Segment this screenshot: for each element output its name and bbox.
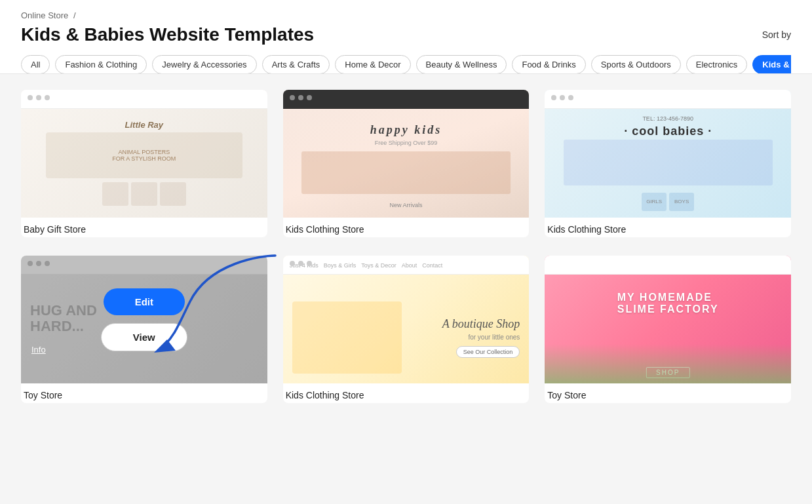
filter-tab-beauty[interactable]: Beauty & Wellness xyxy=(416,55,507,73)
filter-tab-fashion[interactable]: Fashion & Clothing xyxy=(55,55,147,73)
top-bar: Online Store / Kids & Babies Website Tem… xyxy=(0,0,812,74)
breadcrumb-parent[interactable]: Online Store xyxy=(21,10,68,20)
filter-tab-arts[interactable]: Arts & Crafts xyxy=(262,55,330,73)
filter-tab-kids[interactable]: Kids & Ba... xyxy=(752,55,791,73)
view-button[interactable]: View xyxy=(101,323,187,351)
template-thumbnail-kids-clothing-2: TEL: 123-456-7890 · cool babies · GIRLS … xyxy=(545,90,791,218)
template-thumbnail-baby-gift: Little Ray ANIMAL POSTERSFOR A STYLISH R… xyxy=(21,90,267,218)
info-link[interactable]: Info xyxy=(31,345,46,355)
card-overlay-toy-1: Edit View Info xyxy=(21,256,267,383)
filter-tab-all[interactable]: All xyxy=(21,55,50,73)
template-label-kids-clothing-1: Kids Clothing Store xyxy=(283,218,530,237)
breadcrumb-separator: / xyxy=(73,10,76,20)
breadcrumb: Online Store / xyxy=(21,10,791,20)
edit-button[interactable]: Edit xyxy=(104,288,185,315)
template-card-kids-boutique[interactable]: Just 4 Kids Boys & Girls Toys & Decor Ab… xyxy=(283,256,530,403)
template-thumbnail-kids-boutique: Just 4 Kids Boys & Girls Toys & Decor Ab… xyxy=(283,256,530,383)
template-card-kids-clothing-1[interactable]: happy kids Free Shipping Over $99 New Ar… xyxy=(283,90,530,237)
template-label-kids-boutique: Kids Clothing Store xyxy=(283,383,530,403)
template-card-baby-gift[interactable]: Little Ray ANIMAL POSTERSFOR A STYLISH R… xyxy=(21,90,267,237)
sort-by-label: Sort by xyxy=(762,29,791,40)
template-thumbnail-kids-clothing-1: happy kids Free Shipping Over $99 New Ar… xyxy=(283,90,530,218)
template-card-toy-store-1[interactable]: HUG AND HARD... Edit View Info Toy Store xyxy=(21,256,267,403)
filter-tab-home[interactable]: Home & Decor xyxy=(335,55,410,73)
template-card-toy-store-2[interactable]: HOMEBIOABOUTCONTACT MY HOMEMADESLIME FAC… xyxy=(545,256,791,403)
template-label-toy-store-1: Toy Store xyxy=(21,383,267,403)
filter-tab-food[interactable]: Food & Drinks xyxy=(512,55,585,73)
template-label-baby-gift: Baby Gift Store xyxy=(21,218,267,237)
filter-tab-jewelry[interactable]: Jewelry & Accessories xyxy=(152,55,256,73)
template-label-toy-store-2: Toy Store xyxy=(545,383,791,403)
template-card-kids-clothing-2[interactable]: TEL: 123-456-7890 · cool babies · GIRLS … xyxy=(545,90,791,237)
templates-grid: Little Ray ANIMAL POSTERSFOR A STYLISH R… xyxy=(21,90,791,403)
template-thumbnail-toy-store-1: HUG AND HARD... Edit View Info xyxy=(21,256,267,383)
template-thumbnail-toy-store-2: HOMEBIOABOUTCONTACT MY HOMEMADESLIME FAC… xyxy=(545,256,791,383)
filter-tabs: All Fashion & Clothing Jewelry & Accesso… xyxy=(21,54,791,73)
filter-tab-electronics[interactable]: Electronics xyxy=(686,55,748,73)
template-label-kids-clothing-2: Kids Clothing Store xyxy=(545,218,791,237)
main-content: Little Ray ANIMAL POSTERSFOR A STYLISH R… xyxy=(0,74,812,419)
page-title: Kids & Babies Website Templates xyxy=(21,24,314,45)
filter-tab-sports[interactable]: Sports & Outdoors xyxy=(591,55,681,73)
